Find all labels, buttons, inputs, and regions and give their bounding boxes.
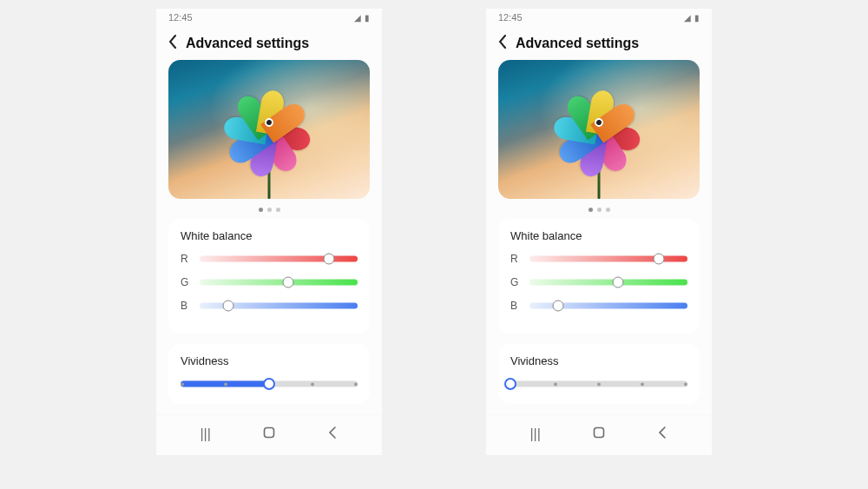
wb-green-slider[interactable] [200,274,358,290]
back-icon [327,426,338,439]
signal-icon: ◢ [684,13,691,23]
home-icon [262,426,276,439]
nav-back-button[interactable] [653,426,672,442]
wb-red-slider[interactable] [529,251,687,267]
header: Advanced settings [486,24,712,60]
navigation-bar: ||| [486,414,712,455]
status-time: 12:45 [498,12,523,23]
wb-blue-slider[interactable] [529,298,687,314]
pager-dot[interactable] [589,208,593,212]
chevron-left-icon [498,35,507,49]
wb-red-label: R [510,253,521,265]
vividness-title: Vividness [510,354,687,367]
home-button[interactable] [589,426,608,443]
preview-image[interactable] [168,60,370,199]
battery-icon: ▮ [365,13,370,23]
status-icons: ◢ ▮ [684,13,700,23]
vividness-card: Vividness [498,344,700,404]
wb-red-row: R [181,251,358,267]
white-balance-title: White balance [181,229,358,242]
phone-screen-left: 12:45 ◢ ▮ Advanced settings White balanc… [156,9,382,455]
pinwheel-graphic [214,67,324,177]
wb-blue-label: B [510,300,521,312]
wb-blue-slider[interactable] [200,298,358,314]
wb-red-slider[interactable] [200,251,358,267]
vividness-slider[interactable] [181,376,358,392]
pager-dot[interactable] [606,208,610,212]
wb-blue-label: B [181,300,191,312]
wb-green-label: G [181,276,191,288]
status-bar: 12:45 ◢ ▮ [156,9,382,24]
status-bar: 12:45 ◢ ▮ [486,9,712,24]
white-balance-card: White balance R G B [498,219,700,334]
vividness-title: Vividness [181,354,358,367]
page-title: Advanced settings [516,36,639,51]
recents-button[interactable]: ||| [196,426,215,442]
chevron-left-icon [168,35,177,49]
back-button[interactable] [498,35,507,51]
pager-dots[interactable] [498,199,700,219]
wb-green-row: G [510,274,687,290]
battery-icon: ▮ [694,13,700,23]
phone-screen-right: 12:45 ◢ ▮ Advanced settings White balanc… [486,9,712,455]
pinwheel-graphic [543,67,654,177]
svg-rect-1 [594,428,603,438]
status-time: 12:45 [168,12,193,23]
vividness-card: Vividness [168,344,370,404]
pager-dot[interactable] [267,208,272,212]
recents-button[interactable]: ||| [526,426,545,442]
wb-red-row: R [510,251,687,267]
wb-blue-row: B [181,298,358,314]
wb-green-row: G [181,274,358,290]
pager-dot[interactable] [276,208,280,212]
wb-green-label: G [510,276,521,288]
back-icon [657,426,667,439]
pager-dots[interactable] [168,199,370,219]
recents-icon: ||| [529,426,540,441]
home-button[interactable] [260,426,279,443]
back-button[interactable] [168,35,177,51]
wb-blue-row: B [510,298,687,314]
page-title: Advanced settings [186,36,309,51]
preview-image[interactable] [498,60,700,199]
recents-icon: ||| [200,426,210,441]
pager-dot[interactable] [259,208,263,212]
home-icon [592,426,606,439]
header: Advanced settings [156,24,382,60]
wb-green-slider[interactable] [529,274,687,290]
pager-dot[interactable] [597,208,602,212]
white-balance-title: White balance [510,229,687,242]
white-balance-card: White balance R G B [168,219,370,334]
svg-rect-0 [264,428,273,438]
navigation-bar: ||| [156,414,382,455]
nav-back-button[interactable] [323,426,342,442]
signal-icon: ◢ [354,13,361,23]
status-icons: ◢ ▮ [354,13,370,23]
vividness-slider[interactable] [510,376,687,392]
wb-red-label: R [181,253,191,265]
